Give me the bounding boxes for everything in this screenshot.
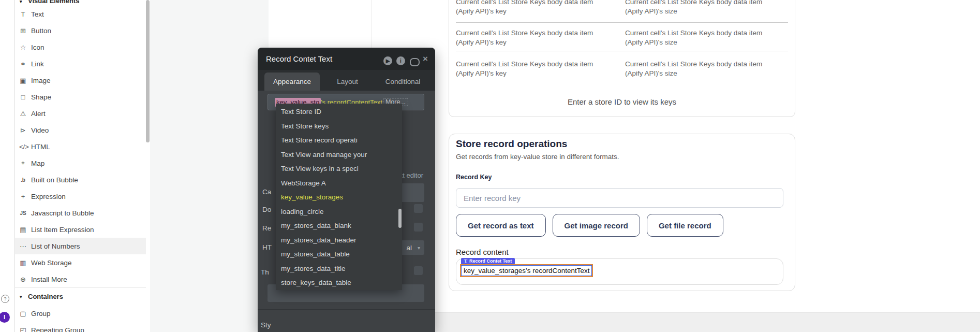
- get-record-button[interactable]: Get file record: [647, 214, 723, 237]
- dropdown-item[interactable]: my_stores_data_table: [276, 247, 402, 262]
- visual-elements-header[interactable]: ▾Visual Elements: [15, 0, 146, 1]
- canvas-gutter: [150, 0, 269, 332]
- element-icon: ⊞: [19, 27, 27, 35]
- dropdown-item[interactable]: loading_circle: [276, 205, 402, 219]
- size-cell: Current cell's List Store Keys body data…: [625, 28, 762, 47]
- size-cell: Current cell's List Store Keys body data…: [625, 60, 762, 78]
- element-icon: ⊳: [19, 126, 27, 134]
- element-icon: ⚠: [19, 110, 27, 118]
- element-icon: ▤: [19, 226, 27, 234]
- card-title: Store record operations: [456, 138, 567, 150]
- sidebar-item[interactable]: ▤ List Item Expression: [15, 221, 146, 238]
- dropdown-item[interactable]: store_keys_data_table: [276, 276, 402, 290]
- dropdown-scrollbar[interactable]: [398, 209, 402, 228]
- element-icon: ⊕: [19, 276, 27, 283]
- row-separator: [456, 51, 788, 51]
- container-elements-list: ▢ Group ◰ Repeating Group: [15, 305, 146, 332]
- close-icon[interactable]: ×: [423, 54, 428, 63]
- dropdown-item[interactable]: my_stores_data_blank: [276, 219, 402, 233]
- field-label-do: Do: [262, 206, 271, 213]
- user-avatar[interactable]: I: [0, 312, 10, 323]
- get-record-button[interactable]: Get record as text: [456, 214, 546, 237]
- dropdown-item[interactable]: my_stores_data_title: [276, 262, 402, 276]
- checkbox[interactable]: [414, 204, 423, 213]
- row-separator: [456, 22, 788, 23]
- rich-text-editor-link[interactable]: xt editor: [399, 171, 423, 179]
- text-element-icon: T: [464, 258, 467, 264]
- panel-titlebar[interactable]: Record Contet Text ▶ i ×: [258, 48, 435, 70]
- autocomplete-dropdown: Text Store IDText Store keysText Store r…: [276, 104, 402, 290]
- size-cell: Current cell's List Store Keys body data…: [625, 0, 762, 16]
- key-cell: Current cell's List Store Keys body data…: [456, 28, 593, 47]
- visual-elements-list: T Text ⊞ Button ☆ Icon ⚭ Link ▣ Image □ …: [15, 6, 146, 287]
- card-subtitle: Get records from key-value store in diff…: [456, 153, 619, 161]
- style-label: Sty: [261, 321, 271, 329]
- field-label-th: Th: [261, 268, 269, 276]
- sidebar-item[interactable]: ▢ Group: [15, 305, 146, 322]
- sidebar-item[interactable]: ⊕ Install More: [15, 271, 146, 287]
- sidebar-item[interactable]: ◰ Repeating Group: [15, 322, 146, 332]
- sidebar-scrollbar[interactable]: [146, 0, 150, 142]
- dropdown-item[interactable]: Text View keys in a speci: [276, 162, 402, 176]
- comment-icon[interactable]: [410, 58, 420, 66]
- sidebar-item[interactable]: .b Built on Bubble: [15, 171, 146, 188]
- sidebar-item[interactable]: ⋯ List of Numbers: [15, 238, 146, 254]
- record-key-input[interactable]: [456, 188, 783, 208]
- sidebar-item[interactable]: ☆ Icon: [15, 39, 146, 55]
- table-row[interactable]: Current cell's List Store Keys body data…: [456, 28, 788, 47]
- empty-state-note: Enter a store ID to view its keys: [449, 97, 795, 106]
- dropdown-item[interactable]: my_stores_data_header: [276, 233, 402, 248]
- dropdown-item[interactable]: WebStorage A: [276, 176, 402, 191]
- help-icon[interactable]: ?: [1, 295, 9, 303]
- dropdown-item[interactable]: Text View and manage your: [276, 148, 402, 162]
- field-label-ht: HT: [262, 243, 272, 251]
- element-icon: ⚭: [19, 60, 27, 68]
- panel-tabs: AppearanceLayoutConditional: [258, 70, 435, 91]
- element-icon: JS: [19, 210, 27, 216]
- dropdown-item[interactable]: Text Store record operati: [276, 133, 402, 148]
- record-key-label: Record Key: [456, 174, 492, 181]
- dropdown-item[interactable]: key_value_storages: [276, 190, 402, 205]
- panel-tab[interactable]: Layout: [320, 73, 375, 91]
- dropdown-item[interactable]: Text Store keys: [276, 119, 402, 134]
- checkbox[interactable]: [414, 223, 423, 232]
- sidebar-item[interactable]: ⚭ Link: [15, 55, 146, 72]
- sidebar-item[interactable]: ⊳ Video: [15, 122, 146, 138]
- bubble-editor: Current cell's List Store Keys body data…: [0, 0, 980, 332]
- sidebar-item[interactable]: JS Javascript to Bubble: [15, 205, 146, 221]
- chevron-down-icon: ▾: [418, 245, 420, 251]
- checkbox[interactable]: [414, 266, 423, 275]
- elements-palette: ▾Visual Elements T Text ⊞ Button ☆ Icon …: [15, 0, 146, 332]
- get-record-button[interactable]: Get image record: [553, 214, 640, 237]
- left-rail: ? I: [0, 0, 15, 332]
- preview-icon[interactable]: ▶: [383, 56, 392, 65]
- record-content-label: Record content: [456, 248, 509, 256]
- sidebar-item[interactable]: + Expression: [15, 188, 146, 205]
- sidebar-item[interactable]: ▥ Web Storage: [15, 254, 146, 271]
- panel-tab[interactable]: Conditional: [375, 73, 430, 91]
- element-icon: ⋯: [19, 242, 27, 250]
- table-row[interactable]: Current cell's List Store Keys body data…: [456, 0, 788, 16]
- containers-header[interactable]: ▾Containers: [15, 288, 146, 305]
- selected-text-element[interactable]: key_value_storages's recordContentText: [460, 264, 593, 277]
- sidebar-item[interactable]: ⌖ Map: [15, 155, 146, 171]
- panel-title: Record Contet Text: [266, 54, 332, 63]
- sidebar-item[interactable]: ▣ Image: [15, 72, 146, 89]
- sidebar-item[interactable]: T Text: [15, 6, 146, 22]
- collapse-arrow-icon: ▾: [20, 0, 28, 4]
- table-row[interactable]: Current cell's List Store Keys body data…: [456, 60, 788, 78]
- dropdown-item[interactable]: Text Store ID: [276, 105, 402, 119]
- store-keys-table-card[interactable]: Current cell's List Store Keys body data…: [449, 0, 795, 117]
- sidebar-item[interactable]: ⊞ Button: [15, 22, 146, 39]
- collapse-arrow-icon: ▾: [20, 294, 28, 299]
- sidebar-item[interactable]: □ Shape: [15, 89, 146, 105]
- sidebar-item[interactable]: </> HTML: [15, 138, 146, 155]
- sidebar-item[interactable]: ⚠ Alert: [15, 105, 146, 122]
- panel-divider: [258, 309, 435, 310]
- element-icon: </>: [19, 143, 27, 151]
- store-record-operations-card[interactable]: Store record operations Get records from…: [449, 134, 795, 291]
- element-icon: T: [19, 10, 27, 18]
- info-icon[interactable]: i: [396, 56, 405, 65]
- key-cell: Current cell's List Store Keys body data…: [456, 0, 593, 16]
- panel-tab[interactable]: Appearance: [264, 73, 320, 91]
